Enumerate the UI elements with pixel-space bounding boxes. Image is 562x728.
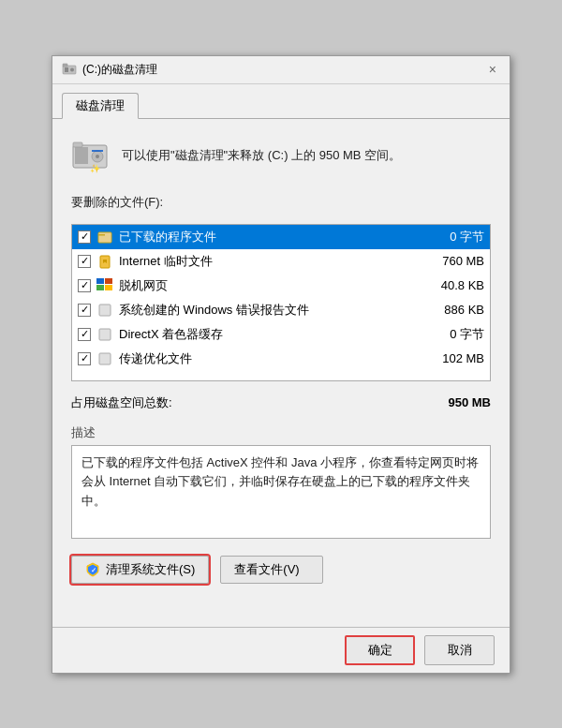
item-icon-5 [96, 350, 113, 367]
svg-rect-14 [96, 278, 104, 284]
list-item[interactable]: DirectX 着色器缓存 0 字节 [72, 322, 490, 347]
clean-system-files-label: 清理系统文件(S) [106, 561, 195, 578]
view-files-button[interactable]: 查看文件(V) [220, 556, 323, 584]
svg-rect-5 [75, 147, 88, 164]
view-files-label: 查看文件(V) [234, 561, 299, 578]
svg-rect-15 [105, 278, 112, 284]
window-icon [62, 62, 77, 77]
total-row: 占用磁盘空间总数: 950 MB [71, 391, 491, 415]
svg-rect-16 [96, 285, 104, 290]
svg-rect-12 [98, 234, 105, 236]
item-label-2: 脱机网页 [119, 277, 413, 294]
tab-disk-cleanup[interactable]: 磁盘清理 [62, 93, 139, 119]
shield-icon: ✓ [85, 562, 100, 577]
svg-rect-19 [99, 329, 111, 340]
description-text: 已下载的程序文件包括 ActiveX 控件和 Java 小程序，你查看特定网页时… [71, 445, 491, 539]
description-title: 描述 [71, 424, 491, 441]
item-icon-3 [96, 302, 113, 319]
close-button[interactable]: × [485, 62, 500, 77]
checkbox-2[interactable] [78, 279, 91, 292]
item-size-2: 40.8 KB [419, 278, 484, 292]
checkbox-5[interactable] [78, 352, 91, 365]
list-item[interactable]: 传递优化文件 102 MB [72, 347, 490, 371]
item-icon-4 [96, 326, 113, 343]
main-content: ✨ 可以使用"磁盘清理"来释放 (C:) 上的 950 MB 空间。 要删除的文… [52, 119, 510, 627]
svg-text:✓: ✓ [91, 567, 96, 573]
svg-rect-1 [65, 67, 68, 72]
file-list[interactable]: 已下载的程序文件 0 字节 Internet 临时文件 760 MB [71, 224, 491, 381]
svg-rect-18 [99, 305, 111, 316]
svg-rect-17 [105, 285, 112, 290]
list-item[interactable]: 已下载的程序文件 0 字节 [72, 225, 490, 249]
svg-point-7 [96, 155, 99, 158]
svg-rect-8 [73, 142, 82, 147]
cancel-button[interactable]: 取消 [424, 635, 495, 665]
item-icon-2 [96, 277, 113, 294]
item-label-3: 系统创建的 Windows 错误报告文件 [119, 302, 413, 319]
drive-icon: ✨ [71, 138, 109, 175]
files-section-label: 要删除的文件(F): [71, 194, 491, 211]
item-label-5: 传递优化文件 [119, 350, 413, 367]
header-description: 可以使用"磁盘清理"来释放 (C:) 上的 950 MB 空间。 [122, 146, 401, 166]
tab-bar: 磁盘清理 [52, 84, 510, 119]
svg-rect-20 [99, 353, 111, 364]
item-size-4: 0 字节 [419, 326, 484, 343]
list-item[interactable]: 脱机网页 40.8 KB [72, 274, 490, 298]
item-size-1: 760 MB [419, 254, 484, 268]
window-title: (C:)的磁盘清理 [82, 62, 157, 78]
svg-rect-11 [98, 232, 111, 243]
list-item[interactable]: 系统创建的 Windows 错误报告文件 886 KB [72, 298, 490, 322]
svg-text:✨: ✨ [90, 163, 101, 174]
bottom-bar: 确定 取消 [52, 627, 510, 673]
item-label-4: DirectX 着色器缓存 [119, 326, 413, 343]
confirm-button[interactable]: 确定 [345, 635, 415, 665]
checkbox-0[interactable] [78, 230, 91, 244]
titlebar: (C:)的磁盘清理 × [52, 56, 510, 84]
item-icon-1 [96, 253, 113, 270]
checkbox-4[interactable] [78, 328, 91, 341]
titlebar-left: (C:)的磁盘清理 [62, 62, 157, 78]
item-icon-0 [96, 229, 113, 245]
total-value: 950 MB [448, 395, 491, 409]
svg-rect-3 [63, 64, 67, 67]
description-section: 描述 已下载的程序文件包括 ActiveX 控件和 Java 小程序，你查看特定… [71, 424, 491, 539]
total-label: 占用磁盘空间总数: [71, 394, 172, 411]
item-label-0: 已下载的程序文件 [119, 229, 413, 245]
header-section: ✨ 可以使用"磁盘清理"来释放 (C:) 上的 950 MB 空间。 [71, 134, 491, 185]
item-label-1: Internet 临时文件 [119, 253, 413, 270]
checkbox-1[interactable] [78, 255, 91, 268]
svg-point-2 [70, 68, 74, 72]
list-item[interactable]: Internet 临时文件 760 MB [72, 249, 490, 274]
main-window: (C:)的磁盘清理 × 磁盘清理 ✨ 可以使用"磁盘清理"来释放 (C:) 上的… [52, 55, 510, 674]
clean-system-files-button[interactable]: ✓ 清理系统文件(S) [71, 556, 209, 584]
item-size-3: 886 KB [419, 303, 484, 317]
action-buttons: ✓ 清理系统文件(S) 查看文件(V) [71, 548, 491, 587]
item-size-5: 102 MB [419, 351, 484, 365]
item-size-0: 0 字节 [419, 229, 484, 245]
checkbox-3[interactable] [78, 304, 91, 317]
